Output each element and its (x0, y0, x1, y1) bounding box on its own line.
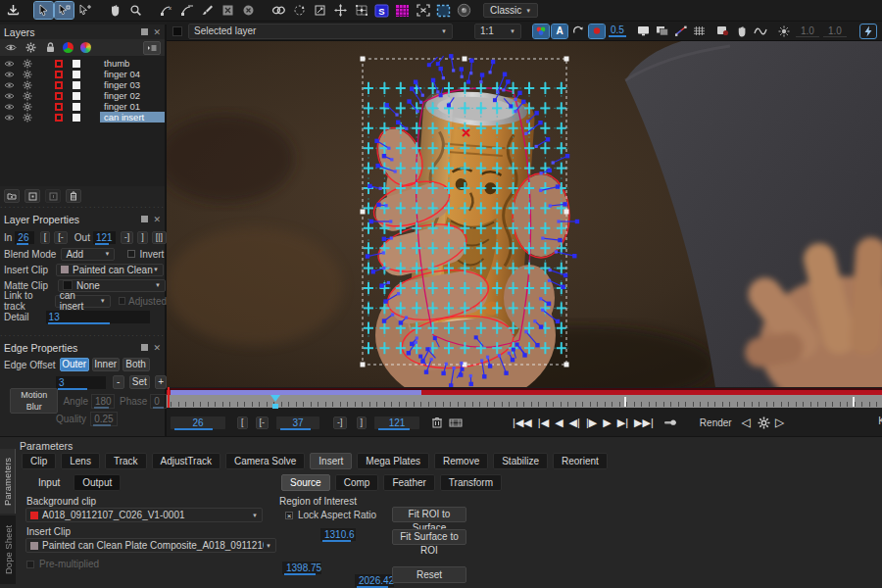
goto-end-button[interactable]: ▶▶| (634, 414, 654, 431)
detail-field[interactable]: 13 (46, 311, 150, 323)
roi-tool-icon[interactable] (434, 2, 453, 19)
split-view-icon[interactable] (655, 24, 670, 38)
in-frame-field[interactable]: 26 (171, 416, 225, 429)
matte-color-column-icon[interactable] (63, 42, 74, 53)
edge-offset-field[interactable]: 3 (56, 376, 106, 389)
play-reverse-button[interactable]: ◀ (555, 414, 563, 431)
mask-opacity-value[interactable]: 0.5 (609, 24, 626, 37)
render-settings-gear-icon[interactable] (757, 416, 772, 429)
layer-visibility-eye-icon[interactable] (4, 92, 15, 100)
tab-output[interactable]: Output (74, 474, 121, 491)
layer-visibility-eye-icon[interactable] (4, 60, 15, 68)
layers-menu-icon[interactable] (143, 41, 161, 55)
layer-color-chip[interactable] (73, 81, 80, 89)
refresh-view-icon[interactable] (570, 24, 586, 38)
tab-mega-plates[interactable]: Mega Plates (357, 453, 429, 469)
layer-color-chip[interactable] (73, 60, 80, 68)
roi-reset-button[interactable]: Reset (392, 566, 466, 583)
tab-reorient[interactable]: Reorient (553, 453, 608, 469)
layout-preset-dropdown[interactable]: Classic ▼ (483, 3, 538, 18)
visibility-column-eye-icon[interactable] (5, 43, 17, 52)
tab-transform[interactable]: Transform (440, 474, 502, 491)
close-panel-icon[interactable]: ✕ (153, 215, 161, 224)
tracked-range-bar[interactable] (167, 388, 882, 395)
colorize-view-icon[interactable] (673, 24, 689, 38)
premultiplied-checkbox[interactable] (26, 561, 34, 568)
layer-row-selected[interactable]: can insert (0, 112, 167, 122)
zoom-tool-icon[interactable] (126, 2, 145, 19)
layer-visibility-eye-icon[interactable] (4, 103, 15, 111)
gamma-value[interactable]: 1.0 (823, 25, 847, 37)
move-tool-icon[interactable] (331, 2, 350, 19)
zoom-level-dropdown[interactable]: 1:1 ▼ (474, 24, 521, 39)
delete-layer-trash-icon[interactable] (66, 189, 81, 203)
layer-matte-chip[interactable] (55, 92, 63, 100)
render-next-icon[interactable]: ▷ (775, 414, 784, 431)
tab-clip[interactable]: Clip (22, 453, 56, 469)
expand-corners-tool-icon[interactable] (414, 2, 432, 19)
layer-visibility-eye-icon[interactable] (4, 114, 15, 122)
edge-inner-button[interactable]: Inner (92, 358, 120, 371)
step-back-button[interactable]: ◀| (569, 414, 580, 431)
lock-aspect-checkbox[interactable]: × (285, 512, 293, 519)
layer-color-chip[interactable] (73, 92, 80, 100)
layer-visibility-eye-icon[interactable] (4, 71, 15, 78)
float-panel-icon[interactable] (141, 216, 148, 222)
layer-process-gear-icon[interactable] (23, 70, 32, 79)
mesh-tool-icon[interactable] (352, 2, 370, 19)
layer-color-chip[interactable] (73, 114, 80, 122)
brush-tool-icon[interactable] (198, 2, 217, 19)
roi-handle[interactable] (463, 57, 467, 62)
invert-checkbox[interactable] (127, 250, 135, 258)
roi-handle[interactable] (564, 57, 569, 62)
pan-tool-icon[interactable] (106, 2, 124, 19)
lock-column-icon[interactable] (46, 42, 55, 53)
layer-matte-chip[interactable] (55, 71, 63, 78)
tab-camera-solve[interactable]: Camera Solve (225, 453, 305, 469)
layer-row[interactable]: finger 04 (0, 69, 167, 79)
layer-visibility-eye-icon[interactable] (4, 81, 15, 89)
angle-field[interactable]: 180 (91, 394, 115, 409)
edge-both-button[interactable]: Both (122, 358, 150, 371)
overlay-mask-icon[interactable] (589, 24, 605, 38)
adjusted-checkbox[interactable] (119, 297, 125, 305)
layer-color-column-icon[interactable] (80, 42, 91, 53)
tab-parameters-vertical[interactable]: Parameters (0, 449, 16, 514)
export-icon[interactable] (4, 2, 23, 19)
layer-process-gear-icon[interactable] (23, 80, 32, 90)
layer-matte-chip[interactable] (55, 60, 63, 68)
render-prev-icon[interactable]: ◁ (742, 414, 751, 431)
next-keyframe-button[interactable]: ▶| (617, 414, 628, 431)
current-frame-field[interactable]: 37 (276, 416, 319, 429)
step-forward-button[interactable]: |▶ (586, 414, 597, 431)
layer-row[interactable]: finger 01 (0, 101, 167, 112)
float-panel-icon[interactable] (141, 344, 148, 351)
in-field[interactable]: 26 (15, 231, 33, 244)
goto-out-button[interactable]: ] (357, 416, 368, 429)
tab-source[interactable]: Source (281, 474, 330, 491)
layer-name[interactable]: finger 02 (100, 90, 144, 101)
playhead-handle[interactable] (272, 404, 278, 409)
ellipse-mask-tool-icon[interactable] (239, 2, 258, 19)
add-point-tool-icon[interactable] (75, 2, 94, 19)
layer-process-gear-icon[interactable] (23, 59, 32, 69)
tab-stabilize[interactable]: Stabilize (493, 453, 548, 469)
layer-color-chip[interactable] (73, 103, 80, 111)
select-b-tool-icon[interactable] (55, 2, 74, 19)
select-tool-icon[interactable] (34, 2, 53, 19)
roi-handle[interactable] (361, 210, 366, 215)
edge-outer-button[interactable]: Outer (60, 358, 89, 371)
rect-mask-tool-icon[interactable] (219, 2, 237, 19)
roi-left-field[interactable]: 1398.75 (282, 562, 321, 574)
rgb-channels-icon[interactable] (533, 24, 549, 38)
layer-process-gear-icon[interactable] (23, 102, 32, 112)
tab-lens[interactable]: Lens (61, 453, 100, 469)
create-xspline-tool-icon[interactable]: x (157, 2, 175, 19)
insert-clip-dropdown[interactable]: Painted can Clean Plate Composite_A018_0… (25, 538, 276, 553)
delete-range-icon[interactable] (429, 416, 445, 429)
loop-mode-icon[interactable] (662, 416, 678, 429)
layer-name[interactable]: finger 04 (100, 69, 144, 79)
tab-feather[interactable]: Feather (383, 474, 434, 491)
panel-drag-handle[interactable]: ········································… (0, 206, 165, 210)
blend-mode-dropdown[interactable]: Add ▼ (61, 248, 115, 261)
